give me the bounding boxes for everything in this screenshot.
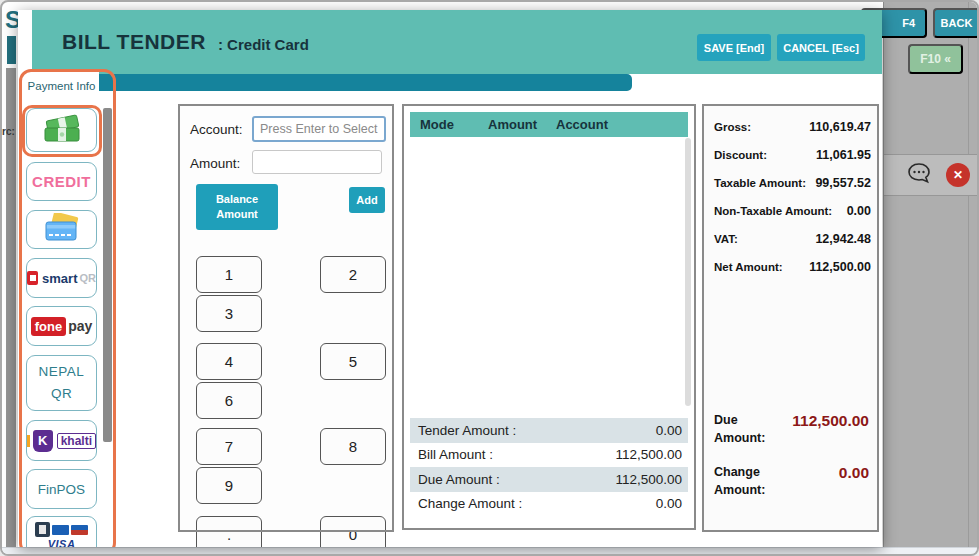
vat-label: VAT: bbox=[714, 233, 738, 245]
bill-amount-value: 112,500.00 bbox=[615, 447, 682, 462]
net-amount-value: 112,500.00 bbox=[809, 260, 871, 274]
balance-amount-button[interactable]: Balance Amount bbox=[196, 184, 278, 230]
bill-amount-row: Bill Amount : 112,500.00 bbox=[410, 443, 688, 468]
smartqr-qr-label: QR bbox=[80, 272, 97, 284]
numpad-key-3[interactable]: 3 bbox=[196, 295, 262, 332]
tender-amount-label: Tender Amount : bbox=[418, 423, 516, 438]
net-amount-label: Net Amount: bbox=[714, 261, 783, 273]
save-button[interactable]: SAVE [End] bbox=[697, 34, 771, 61]
column-amount: Amount bbox=[488, 117, 556, 132]
due-amount-label: Due Amount : bbox=[418, 472, 500, 487]
payment-method-finpos[interactable]: FinPOS bbox=[26, 469, 97, 509]
numpad-key-7[interactable]: 7 bbox=[196, 428, 262, 465]
discount-row: Discount: 11,061.95 bbox=[714, 148, 871, 162]
tender-amount-value: 0.00 bbox=[656, 423, 682, 438]
cancel-button[interactable]: CANCEL [Esc] bbox=[777, 34, 865, 61]
payment-method-fonepay[interactable]: fone pay bbox=[26, 306, 97, 346]
numpad-key-4[interactable]: 4 bbox=[196, 343, 262, 380]
comment-bubble-icon[interactable] bbox=[906, 160, 932, 190]
totals-change-label: Change Amount: bbox=[714, 464, 778, 499]
card-brand-logos-icon bbox=[35, 522, 88, 537]
account-label: Account: bbox=[190, 122, 243, 137]
gross-row: Gross: 110,619.47 bbox=[714, 120, 871, 134]
fonepay-fone-logo: fone bbox=[31, 317, 66, 336]
tender-summary: Tender Amount : 0.00 Bill Amount : 112,5… bbox=[410, 418, 688, 516]
background-partial-text-2: rc: bbox=[2, 126, 15, 137]
f10-collapse-button[interactable]: F10 « bbox=[908, 44, 963, 74]
back-button[interactable]: BACK bbox=[933, 8, 979, 38]
payment-method-smartqr[interactable]: smart QR bbox=[26, 258, 97, 298]
nontaxable-row: Non-Taxable Amount: 0.00 bbox=[714, 204, 871, 218]
tender-table-scrollbar[interactable] bbox=[685, 138, 691, 406]
nepalqr-line1: NEPAL bbox=[39, 362, 85, 382]
amount-entry-panel: Account: Amount: Balance Amount Add 1 2 … bbox=[178, 104, 394, 532]
screen: S rc: F4 BACK F10 « ✕ BILL TENDER : Cred… bbox=[0, 0, 979, 556]
tender-table-header: Mode Amount Account bbox=[410, 112, 688, 137]
taxable-label: Taxable Amount: bbox=[714, 177, 806, 189]
tab-strip bbox=[99, 74, 632, 91]
khalti-k-icon: K bbox=[33, 430, 53, 452]
gross-label: Gross: bbox=[714, 121, 751, 133]
dialog-subtitle: : Credit Card bbox=[218, 36, 309, 53]
page-scrollbar[interactable] bbox=[6, 68, 16, 547]
totals-change-row: Change Amount: 0.00 bbox=[714, 464, 869, 499]
add-button[interactable]: Add bbox=[349, 187, 385, 213]
numpad-key-1[interactable]: 1 bbox=[196, 256, 262, 293]
nontaxable-value: 0.00 bbox=[847, 204, 871, 218]
smartqr-icon bbox=[27, 271, 38, 285]
visa-logo: VISA bbox=[48, 538, 76, 547]
credit-card-icon bbox=[43, 213, 81, 246]
discount-value: 11,061.95 bbox=[816, 148, 871, 162]
vat-value: 12,942.48 bbox=[815, 232, 871, 246]
tab-payment-info[interactable]: Payment Info bbox=[24, 72, 99, 100]
tender-amount-row: Tender Amount : 0.00 bbox=[410, 418, 688, 443]
amount-label: Amount: bbox=[190, 156, 240, 171]
totals-due-value: 112,500.00 bbox=[778, 412, 869, 430]
payment-method-nepalqr[interactable]: NEPAL QR bbox=[26, 355, 97, 411]
payment-method-card[interactable] bbox=[26, 210, 97, 249]
sidebar-scrollbar[interactable] bbox=[103, 108, 112, 442]
payment-method-khalti[interactable]: K khalti bbox=[26, 420, 97, 461]
taxable-row: Taxable Amount: 99,557.52 bbox=[714, 176, 871, 190]
nepalqr-line2: QR bbox=[51, 384, 72, 404]
payment-method-cash[interactable] bbox=[26, 108, 97, 152]
payment-method-credit[interactable]: CREDIT bbox=[26, 162, 97, 201]
numpad-key-2[interactable]: 2 bbox=[320, 256, 386, 293]
gross-value: 110,619.47 bbox=[809, 120, 871, 134]
totals-rows: Gross: 110,619.47 Discount: 11,061.95 Ta… bbox=[714, 120, 871, 288]
bill-tender-dialog: BILL TENDER : Credit Card SAVE [End] CAN… bbox=[18, 10, 882, 547]
net-amount-row: Net Amount: 112,500.00 bbox=[714, 260, 871, 274]
background-bottom-strip bbox=[2, 547, 979, 556]
nontaxable-label: Non-Taxable Amount: bbox=[714, 205, 832, 217]
background-teal-fragment bbox=[7, 36, 16, 64]
column-mode: Mode bbox=[420, 117, 488, 132]
change-amount-label: Change Amount : bbox=[418, 496, 522, 511]
delete-x-icon[interactable]: ✕ bbox=[946, 163, 970, 187]
due-amount-row: Due Amount : 112,500.00 bbox=[410, 467, 688, 492]
numpad-key-5[interactable]: 5 bbox=[320, 343, 386, 380]
change-amount-value: 0.00 bbox=[656, 496, 682, 511]
bill-amount-label: Bill Amount : bbox=[418, 447, 493, 462]
background-right-panel: F4 BACK F10 « ✕ bbox=[883, 2, 979, 556]
vat-row: VAT: 12,942.48 bbox=[714, 232, 871, 246]
numpad-key-9[interactable]: 9 bbox=[196, 467, 262, 504]
numpad-key-6[interactable]: 6 bbox=[196, 382, 262, 419]
numpad-key-8[interactable]: 8 bbox=[320, 428, 386, 465]
background-row: ✕ bbox=[884, 154, 979, 196]
totals-due-label: Due Amount: bbox=[714, 412, 778, 447]
column-account: Account bbox=[556, 117, 608, 132]
change-amount-row: Change Amount : 0.00 bbox=[410, 492, 688, 517]
due-amount-value: 112,500.00 bbox=[615, 472, 682, 487]
bill-totals-panel: Gross: 110,619.47 Discount: 11,061.95 Ta… bbox=[702, 104, 879, 532]
account-input[interactable] bbox=[252, 116, 386, 142]
discount-label: Discount: bbox=[714, 149, 767, 161]
fonepay-pay-label: pay bbox=[68, 318, 92, 334]
smartqr-label: smart bbox=[42, 271, 77, 286]
background-divider bbox=[968, 2, 969, 556]
khalti-label: khalti bbox=[57, 433, 96, 449]
entry-panel-border bbox=[178, 530, 394, 532]
khalti-notch-icon bbox=[27, 435, 30, 447]
payment-method-cardbrands[interactable]: VISA bbox=[26, 516, 97, 547]
taxable-value: 99,557.52 bbox=[815, 176, 871, 190]
amount-input[interactable] bbox=[252, 150, 382, 174]
